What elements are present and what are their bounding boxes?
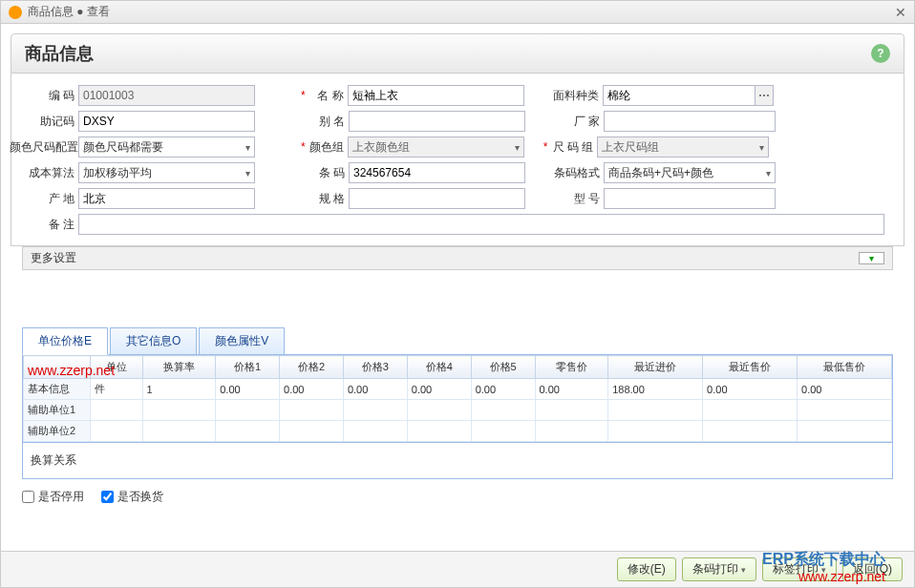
required-star: * [301,140,306,154]
table-cell[interactable] [91,421,143,442]
table-cell[interactable] [216,400,280,421]
table-cell[interactable] [703,421,798,442]
table-cell[interactable] [608,421,703,442]
table-cell[interactable]: 0.00 [535,379,608,400]
spec-label: 规 格 [309,191,349,207]
barcode-input[interactable] [349,162,525,183]
table-header: 价格1 [216,356,280,379]
spec-input[interactable] [349,188,525,209]
colorsize-label: 颜色尺码配置 [10,139,78,156]
footer: 修改(E) 条码打印▾ 标签打印▾ 返回(Q) [1,551,914,587]
table-cell[interactable] [535,400,608,421]
table-cell[interactable] [407,400,471,421]
table-cell[interactable] [798,400,892,421]
cost-label: 成本算法 [23,165,78,181]
edit-button[interactable]: 修改(E) [617,557,676,581]
table-header: 价格4 [407,356,471,379]
table-cell[interactable] [142,421,216,442]
table-cell[interactable] [91,400,143,421]
alias-input[interactable] [349,111,525,132]
table-cell[interactable]: 0.00 [798,379,892,400]
content-area: 商品信息 ? 编 码 * 名 称 面料种类 ⋯ [1,24,914,505]
table-header: 价格3 [343,356,407,379]
table-cell[interactable]: 0.00 [703,379,798,400]
table-row[interactable]: 辅助单位1 [24,400,892,421]
table-cell[interactable]: 0.00 [216,379,280,400]
app-icon [9,6,22,19]
table-cell[interactable] [471,400,535,421]
table-row[interactable]: 辅助单位2 [24,421,892,442]
table-cell[interactable] [471,421,535,442]
material-input[interactable] [603,85,755,106]
exchange-checkbox-input[interactable] [101,491,114,503]
chevron-down-icon: ▾ [741,565,746,575]
price-table: 单位换算率价格1价格2价格3价格4价格5零售价最近进价最近售价最低售价 基本信息… [22,355,893,443]
barcodefmt-select[interactable]: 商品条码+尺码+颜色 [604,162,776,183]
table-cell[interactable] [703,400,798,421]
table-cell[interactable]: 0.00 [407,379,471,400]
table-cell[interactable]: 0.00 [471,379,535,400]
colorgroup-select[interactable]: 上衣颜色组 [348,136,524,158]
dialog-window: 商品信息 ● 查看 ✕ 商品信息 ? 编 码 * 名 称 面料种类 [0,0,915,588]
factory-input[interactable] [604,111,776,132]
sizegroup-label: 尺 码 组 [549,139,597,156]
table-header: 价格5 [471,356,535,379]
close-icon[interactable]: ✕ [895,5,906,20]
row-label: 基本信息 [24,379,91,400]
titlebar: 商品信息 ● 查看 ✕ [1,1,914,24]
name-input[interactable] [348,85,524,106]
table-row[interactable]: 基本信息件10.000.000.000.000.000.00188.000.00… [24,379,892,400]
colorsize-select[interactable]: 颜色尺码都需要 [78,136,255,158]
barcode-print-button[interactable]: 条码打印▾ [682,557,756,581]
table-cell[interactable]: 0.00 [280,379,344,400]
page-title: 商品信息 [25,42,94,65]
model-input[interactable] [604,188,776,209]
mnemonic-input[interactable] [78,111,255,132]
table-header: 最低售价 [798,356,892,379]
table-cell[interactable] [535,421,608,442]
table-cell[interactable] [280,421,344,442]
alias-label: 别 名 [309,114,349,130]
code-input[interactable] [78,85,255,106]
tab-color-attr[interactable]: 颜色属性V [199,327,285,354]
table-cell[interactable]: 188.00 [608,379,703,400]
cost-select[interactable]: 加权移动平均 [78,162,255,183]
tab-unit-price[interactable]: 单位价格E [22,327,108,355]
table-cell[interactable] [343,421,407,442]
material-picker-icon[interactable]: ⋯ [755,85,774,106]
name-label: 名 称 [308,88,348,104]
table-cell[interactable] [216,421,280,442]
label-print-button[interactable]: 标签打印▾ [762,557,837,581]
origin-input[interactable] [78,188,255,209]
more-settings-bar: 更多设置 ▾ [22,246,893,270]
back-button[interactable]: 返回(Q) [842,557,903,581]
table-cell[interactable] [142,400,216,421]
row-label: 辅助单位1 [24,400,91,421]
table-cell[interactable] [407,421,471,442]
table-cell[interactable]: 1 [142,379,216,400]
table-header: 换算率 [142,356,216,379]
barcode-label: 条 码 [309,165,349,181]
help-icon[interactable]: ? [871,44,890,63]
required-star: * [543,140,548,154]
stop-checkbox-input[interactable] [22,491,34,503]
chevron-down-icon[interactable]: ▾ [859,252,884,264]
table-cell[interactable] [280,400,344,421]
origin-label: 产 地 [23,191,78,207]
table-cell[interactable] [798,421,892,442]
required-star: * [301,89,306,102]
header-panel: 商品信息 ? [11,33,904,74]
remark-input[interactable] [78,214,884,235]
table-header: 零售价 [535,356,608,379]
sizegroup-select[interactable]: 上衣尺码组 [597,136,769,158]
exchange-checkbox[interactable]: 是否换货 [101,489,163,505]
table-header: 最近售价 [703,356,798,379]
table-cell[interactable]: 件 [91,379,143,400]
table-cell[interactable] [608,400,703,421]
checkbox-row: 是否停用 是否换货 [22,489,893,505]
table-cell[interactable] [343,400,407,421]
table-cell[interactable]: 0.00 [343,379,407,400]
stop-checkbox[interactable]: 是否停用 [22,489,84,505]
tab-other-info[interactable]: 其它信息O [110,327,197,354]
table-header: 单位 [91,356,143,379]
